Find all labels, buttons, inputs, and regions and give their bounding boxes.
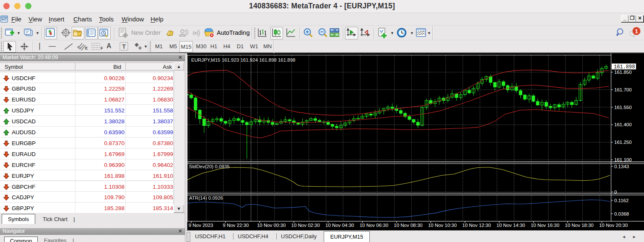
svg-text:161.700: 161.700: [614, 87, 632, 92]
svg-text:161.250: 161.250: [614, 140, 632, 145]
svg-text:10 Nov 14:30: 10 Nov 14:30: [496, 223, 525, 228]
svg-text:ATR(14) 0.0926: ATR(14) 0.0926: [189, 195, 223, 200]
svg-text:10 Nov 20:30: 10 Nov 20:30: [599, 223, 628, 228]
svg-text:T: T: [122, 43, 126, 50]
svg-text:10 Nov 06:30: 10 Nov 06:30: [360, 223, 388, 228]
svg-text:0: 0: [614, 190, 617, 195]
svg-text:0.1343: 0.1343: [614, 164, 629, 169]
svg-text:10 Nov 18:30: 10 Nov 18:30: [565, 223, 593, 228]
svg-text:161.100: 161.100: [614, 157, 632, 162]
svg-text:161.850: 161.850: [614, 70, 632, 75]
svg-text:EURJPY,M15 161.923 161.924 16: EURJPY,M15 161.923 161.924 161.898 161.8…: [191, 57, 296, 62]
svg-text:161.898: 161.898: [614, 64, 635, 70]
svg-text:10 Nov 10:30: 10 Nov 10:30: [428, 223, 457, 228]
svg-text:StdDev(20) 0.0935: StdDev(20) 0.0935: [189, 164, 230, 169]
svg-text:10 Nov 00:30: 10 Nov 00:30: [257, 223, 286, 228]
svg-text:9 Nov 2023: 9 Nov 2023: [189, 223, 213, 228]
svg-text:10 Nov 04:30: 10 Nov 04:30: [325, 223, 354, 228]
svg-text:10 Nov 02:30: 10 Nov 02:30: [291, 223, 320, 228]
svg-text:0.0368: 0.0368: [614, 211, 629, 216]
svg-text:161.550: 161.550: [614, 105, 632, 110]
svg-text:161.400: 161.400: [614, 122, 632, 127]
svg-text:0.1162: 0.1162: [614, 198, 628, 203]
svg-text:10 Nov 12:30: 10 Nov 12:30: [462, 223, 491, 228]
svg-text:10 Nov 08:30: 10 Nov 08:30: [394, 223, 422, 228]
svg-text:10 Nov 16:30: 10 Nov 16:30: [531, 223, 559, 228]
svg-text:1: 1: [635, 28, 638, 34]
svg-text:9 Nov 22:30: 9 Nov 22:30: [223, 223, 249, 228]
